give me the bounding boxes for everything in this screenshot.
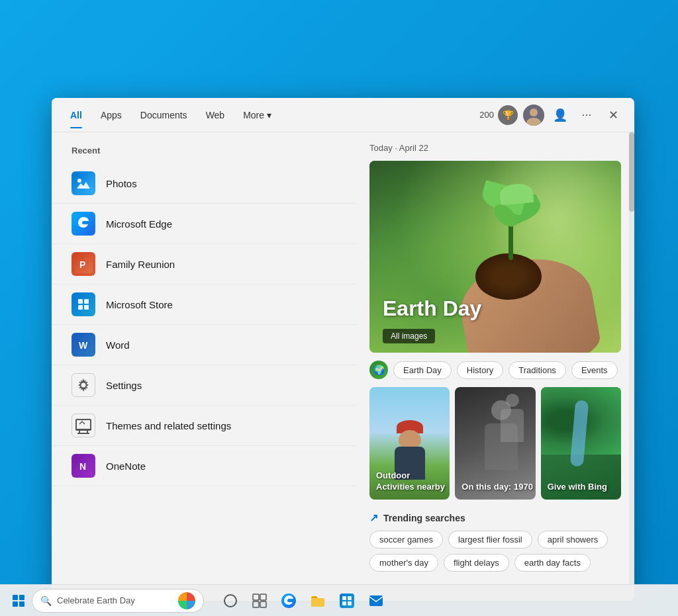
svg-rect-25 xyxy=(253,594,259,600)
app-item-family-reunion[interactable]: P Family Reunion xyxy=(52,244,356,285)
file-explorer-icon[interactable] xyxy=(307,590,328,611)
date-label: Today · April 22 xyxy=(369,143,621,153)
mini-card-label-outdoor: Outdoor Activities nearby xyxy=(376,470,450,493)
tab-web[interactable]: Web xyxy=(198,106,233,124)
mini-card-give[interactable]: Give with Bing xyxy=(541,387,621,500)
tags-row: 🌍 Earth Day History Traditions Events xyxy=(369,361,621,379)
app-name-word: Word xyxy=(106,339,130,351)
store-taskbar-icon[interactable] xyxy=(336,590,358,611)
scrollbar-thumb[interactable] xyxy=(629,132,634,212)
app-item-onenote[interactable]: N OneNote xyxy=(52,446,356,486)
hero-title: Earth Day xyxy=(383,296,481,321)
app-name-store: Microsoft Store xyxy=(106,299,173,310)
svg-point-17 xyxy=(81,383,86,388)
points-badge: 200 🏆 xyxy=(479,105,518,125)
mini-card-history[interactable]: On this day: 1970 xyxy=(455,387,535,500)
svg-rect-28 xyxy=(260,601,266,607)
mini-cards: Outdoor Activities nearby xyxy=(369,387,621,500)
tag-events[interactable]: Events xyxy=(571,361,618,379)
search-magnifier: 🔍 xyxy=(40,595,52,606)
scrollbar-track xyxy=(629,132,634,601)
app-name-settings: Settings xyxy=(106,380,142,391)
win-quad-1 xyxy=(13,595,18,600)
win-quad-2 xyxy=(19,595,24,600)
edge-taskbar-icon[interactable] xyxy=(278,590,299,611)
svg-text:N: N xyxy=(79,461,86,472)
trending-tag-0[interactable]: soccer games xyxy=(369,531,443,549)
trending-tag-1[interactable]: largest flier fossil xyxy=(448,531,532,549)
tab-documents[interactable]: Documents xyxy=(132,106,195,124)
mini-card-label-history: On this day: 1970 xyxy=(461,482,533,493)
start-button[interactable] xyxy=(8,590,29,611)
desktop: All Apps Documents Web More ▾ 200 🏆 xyxy=(0,0,678,616)
trending-title: Trending searches xyxy=(383,513,465,523)
app-item-word[interactable]: W Word xyxy=(52,325,356,365)
top-bar: All Apps Documents Web More ▾ 200 🏆 xyxy=(52,98,634,132)
svg-rect-18 xyxy=(76,419,91,430)
svg-text:P: P xyxy=(79,259,85,270)
circle-icon xyxy=(224,594,237,607)
widgets-icon[interactable] xyxy=(249,590,270,611)
svg-rect-19 xyxy=(76,429,91,430)
svg-text:W: W xyxy=(79,340,88,351)
taskbar-icons xyxy=(220,590,387,611)
main-content: Recent Photos xyxy=(52,132,634,601)
photos-icon xyxy=(72,171,95,195)
settings-icon xyxy=(72,373,95,397)
word-icon: W xyxy=(72,333,95,357)
trending-tag-4[interactable]: flight delays xyxy=(444,554,509,572)
app-name-edge: Microsoft Edge xyxy=(106,218,172,230)
svg-rect-9 xyxy=(74,295,93,314)
tag-traditions[interactable]: Traditions xyxy=(508,361,566,379)
recent-label: Recent xyxy=(52,146,356,163)
tab-apps[interactable]: Apps xyxy=(93,106,130,124)
svg-rect-3 xyxy=(74,174,93,193)
tag-earth-day[interactable]: Earth Day xyxy=(393,361,452,379)
trending-section: ↗ Trending searches soccer games largest… xyxy=(369,509,621,574)
trending-tag-3[interactable]: mother's day xyxy=(369,554,438,572)
points-value: 200 xyxy=(479,110,494,120)
close-icon[interactable]: ✕ xyxy=(603,105,624,126)
tab-more[interactable]: More ▾ xyxy=(235,106,279,124)
svg-rect-11 xyxy=(84,299,89,304)
more-options-icon[interactable]: ··· xyxy=(576,105,597,126)
mini-card-label-give: Give with Bing xyxy=(548,482,607,493)
svg-rect-26 xyxy=(260,594,266,600)
app-name-family-reunion: Family Reunion xyxy=(106,259,175,270)
user-avatar[interactable] xyxy=(523,105,544,126)
svg-rect-27 xyxy=(253,601,259,607)
trending-tag-5[interactable]: earth day facts xyxy=(514,554,591,572)
taskbar-search[interactable]: 🔍 Celebrate Earth Day xyxy=(32,589,204,613)
app-name-themes: Themes and related settings xyxy=(106,420,231,431)
themes-icon xyxy=(72,414,95,437)
svg-rect-12 xyxy=(78,305,83,310)
app-item-store[interactable]: Microsoft Store xyxy=(52,285,356,325)
app-item-edge[interactable]: Microsoft Edge xyxy=(52,204,356,244)
store-icon xyxy=(72,292,95,316)
trending-tag-2[interactable]: april showers xyxy=(538,531,608,549)
svg-point-1 xyxy=(530,109,538,116)
svg-rect-32 xyxy=(342,596,346,600)
svg-rect-35 xyxy=(348,601,352,605)
win-quad-3 xyxy=(13,601,18,607)
tag-history[interactable]: History xyxy=(457,361,503,379)
edge-icon xyxy=(72,212,95,236)
trending-tags: soccer games largest flier fossil april … xyxy=(369,531,621,572)
svg-rect-31 xyxy=(340,594,354,608)
mail-taskbar-icon[interactable] xyxy=(365,590,387,611)
trophy-icon[interactable]: 🏆 xyxy=(498,105,518,125)
mini-card-outdoor[interactable]: Outdoor Activities nearby xyxy=(369,387,450,500)
person-icon[interactable]: 👤 xyxy=(550,105,571,126)
all-images-button[interactable]: All images xyxy=(383,329,435,343)
right-panel: Today · April 22 xyxy=(356,132,634,601)
tab-all[interactable]: All xyxy=(62,106,90,124)
task-view-icon[interactable] xyxy=(220,590,241,611)
taskbar: 🔍 Celebrate Earth Day xyxy=(0,584,678,616)
ppt-icon: P xyxy=(72,252,95,276)
app-item-settings[interactable]: Settings xyxy=(52,365,356,406)
top-bar-right: 200 🏆 👤 ··· ✕ xyxy=(479,105,624,126)
app-item-themes[interactable]: Themes and related settings xyxy=(52,406,356,446)
app-item-photos[interactable]: Photos xyxy=(52,163,356,204)
hero-card[interactable]: Earth Day All images xyxy=(369,161,621,353)
app-name-photos: Photos xyxy=(106,178,137,189)
